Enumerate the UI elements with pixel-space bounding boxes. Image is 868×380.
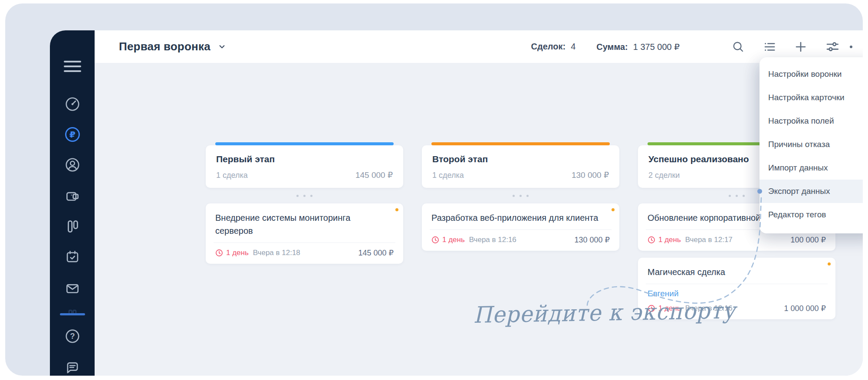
app-container: ₽ [5,3,863,376]
column-color-bar [431,142,610,145]
sum-value: 1 375 000 ₽ [633,42,680,52]
menu-item-import[interactable]: Импорт данных [760,156,863,180]
kanban-icon[interactable] [63,217,82,236]
overdue-clock-icon [431,236,439,244]
ruble-glyph: ₽ [69,130,76,139]
deal-duration: 1 день [658,236,681,244]
sum-label: Сумма: [596,42,628,52]
burger-line [64,61,81,62]
tag-dot [828,262,831,265]
deal-title: Внедрение системы мониторинга серверов [215,211,394,237]
deals-icon[interactable]: ₽ [63,125,82,144]
column-header-card[interactable]: Второй этап 1 сделка 130 000 ₽ [422,145,619,188]
menu-toggle-button[interactable] [64,61,81,72]
column-deal-count: 1 сделка [432,171,464,180]
list-view-icon[interactable] [763,40,776,53]
board-area: Первый этап 1 сделка 145 000 ₽ Внедрение… [95,63,863,376]
tasks-calendar-icon[interactable] [63,247,82,266]
deal-timestamp: Вчера в 12:17 [685,236,733,244]
deal-timestamp: Вчера в 12:18 [253,249,300,257]
more-menu-icon[interactable] [850,46,852,48]
menu-item-export[interactable]: Экспорт данных [760,180,863,203]
deal-timestamp: Вчера в 12:16 [469,236,516,244]
active-menu-dot [757,189,762,194]
deals-count-stat: Сделок:4 [531,42,576,52]
funnel-stats: Сделок:4 Сумма:1 375 000 ₽ [531,42,680,52]
wallet-icon[interactable] [63,187,82,206]
menu-item-field-settings[interactable]: Настройка полей [760,109,863,133]
chevron-down-icon [218,43,226,50]
column-header-card[interactable]: Первый этап 1 сделка 145 000 ₽ [206,145,403,188]
quick-add-dots[interactable] [206,188,403,203]
deal-amount: 130 000 ₽ [574,235,610,245]
handwritten-annotation: Перейдите к экспорту [473,298,688,328]
deal-title: Разработка веб-приложения для клиента [431,211,610,224]
menu-item-card-settings[interactable]: Настройка карточки [760,86,863,109]
column-amount: 145 000 ₽ [355,170,393,180]
deal-amount: 1 000 000 ₽ [784,304,826,313]
contact-link[interactable]: Евгений [648,289,826,298]
contacts-icon[interactable] [63,155,82,174]
burger-line [64,66,81,67]
column-amount: 130 000 ₽ [572,170,609,180]
search-icon[interactable] [732,40,745,53]
chat-icon[interactable] [63,358,82,376]
menu-item-refusal-reasons[interactable]: Причины отказа [760,133,863,156]
sidebar: ₽ [50,30,95,376]
quick-add-dots[interactable] [422,188,619,203]
deal-title: Магическая сделка [648,265,826,278]
kanban-column: Первый этап 1 сделка 145 000 ₽ Внедрение… [206,145,403,326]
tag-dot [395,208,398,211]
deal-duration: 1 день [226,249,249,257]
menu-item-tag-editor[interactable]: Редактор тегов [760,203,863,226]
deal-card[interactable]: Внедрение системы мониторинга серверов 1… [206,203,403,264]
help-icon[interactable]: ? [63,327,82,346]
filter-settings-icon[interactable] [825,40,839,54]
kanban-column: Второй этап 1 сделка 130 000 ₽ Разработк… [422,145,619,326]
deal-duration: 1 день [442,236,465,244]
menu-item-label: Экспорт данных [768,187,830,196]
column-title: Первый этап [216,154,393,164]
deal-card[interactable]: Разработка веб-приложения для клиента 1 … [422,203,619,251]
column-title: Второй этап [432,154,609,164]
overdue-clock-icon [648,236,655,244]
overdue-clock-icon [215,249,223,257]
stats-icon[interactable] [63,303,82,322]
funnel-settings-menu: Настройки воронки Настройка карточки Нас… [760,57,863,233]
tag-dot [612,208,615,211]
dashboard-icon[interactable] [63,95,82,114]
card-divider [646,284,828,284]
deal-amount: 100 000 ₽ [790,235,826,245]
kanban-board: Первый этап 1 сделка 145 000 ₽ Внедрение… [206,145,835,326]
column-deal-count: 2 сделки [648,171,680,180]
deal-amount: 145 000 ₽ [358,248,394,258]
mail-icon[interactable] [63,279,82,298]
burger-line [64,70,81,72]
sum-stat: Сумма:1 375 000 ₽ [596,42,680,52]
funnel-title: Первая воронка [119,40,210,53]
active-section-indicator [60,313,85,315]
funnel-selector-button[interactable] [218,43,226,50]
add-icon[interactable] [794,40,807,53]
card-divider [214,242,395,243]
question-glyph: ? [70,332,75,341]
column-deal-count: 1 сделка [216,171,248,180]
deals-count-value: 4 [571,42,575,51]
column-color-bar [215,142,394,145]
deals-count-label: Сделок: [531,42,566,51]
menu-item-funnel-settings[interactable]: Настройки воронки [760,62,863,86]
card-divider [430,229,612,230]
header-toolbar [732,40,839,54]
page-header: Первая воронка Сделок:4 Сумма:1 375 000 … [95,30,863,63]
